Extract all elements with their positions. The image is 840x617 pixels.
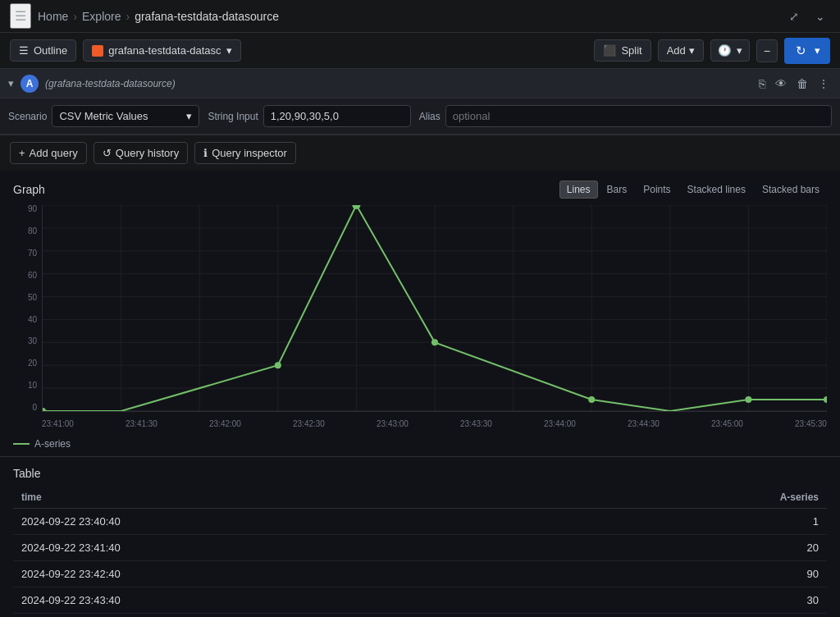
collapse-chevron-icon[interactable]: ▾ xyxy=(8,77,14,89)
y-label-60: 60 xyxy=(13,272,42,280)
query-letter: A xyxy=(21,75,39,93)
x-label-8: 23:45:00 xyxy=(711,419,743,428)
datasource-chevron-icon: ▾ xyxy=(226,44,232,57)
breadcrumb-sep1: › xyxy=(73,10,77,23)
type-points-button[interactable]: Points xyxy=(636,181,678,199)
table-row: 2024-09-22 23:42:40 90 xyxy=(13,561,827,587)
scenario-label: Scenario xyxy=(8,111,47,122)
x-label-0: 23:41:00 xyxy=(42,419,74,428)
cell-time-2: 2024-09-22 23:42:40 xyxy=(13,561,564,587)
y-label-80: 80 xyxy=(13,227,42,235)
remove-query-button[interactable]: 🗑 xyxy=(794,75,810,93)
legend-line-indicator xyxy=(13,443,30,445)
outline-label: Outline xyxy=(34,44,67,57)
breadcrumb: Home › Explore › grafana-testdata-dataso… xyxy=(38,10,279,23)
type-stacked-lines-button[interactable]: Stacked lines xyxy=(680,181,753,199)
top-nav: ☰ Home › Explore › grafana-testdata-data… xyxy=(0,0,840,33)
share-button[interactable]: ⤢ xyxy=(784,7,804,26)
graph-title: Graph xyxy=(13,183,45,196)
add-chevron-icon: ▾ xyxy=(689,44,695,57)
chart-area xyxy=(42,205,827,412)
query-editor: ▾ A (grafana-testdata-datasource) ⎘ 👁 🗑 … xyxy=(0,69,840,135)
clock-icon: 🕐 xyxy=(718,44,732,57)
scenario-field-group: Scenario CSV Metric Values ▾ xyxy=(8,105,199,127)
column-header-aseries: A-series xyxy=(564,487,827,509)
add-label: Add xyxy=(667,44,686,57)
graph-section: Graph Lines Bars Points Stacked lines St… xyxy=(0,171,840,457)
graph-type-buttons: Lines Bars Points Stacked lines Stacked … xyxy=(559,181,827,199)
add-button[interactable]: Add ▾ xyxy=(658,39,704,62)
zoom-out-button[interactable]: − xyxy=(756,39,778,62)
breadcrumb-sep2: › xyxy=(126,10,130,23)
query-datasource-name: (grafana-testdata-datasource) xyxy=(45,78,176,89)
add-query-button[interactable]: + Add query xyxy=(10,142,87,164)
query-history-button[interactable]: ↺ Query history xyxy=(94,142,188,164)
cell-value-0: 1 xyxy=(564,509,827,535)
x-label-7: 23:44:30 xyxy=(628,419,660,428)
nav-chevron-button[interactable]: ⌄ xyxy=(810,7,830,26)
hamburger-button[interactable]: ☰ xyxy=(10,3,31,29)
table-header-row: time A-series xyxy=(13,487,827,509)
x-label-1: 23:41:30 xyxy=(126,419,158,428)
breadcrumb-explore[interactable]: Explore xyxy=(82,10,121,23)
add-query-label: Add query xyxy=(30,147,78,159)
split-icon: ⬛ xyxy=(603,44,616,57)
cell-value-2: 90 xyxy=(564,561,827,587)
y-label-30: 30 xyxy=(13,337,42,345)
refresh-chevron-button[interactable]: ▾ xyxy=(811,43,824,58)
chart-svg xyxy=(43,205,827,411)
breadcrumb-current: grafana-testdata-datasource xyxy=(135,10,279,23)
x-label-4: 23:43:00 xyxy=(377,419,409,428)
string-input-field-group: String Input xyxy=(208,105,410,127)
x-label-3: 23:42:30 xyxy=(293,419,325,428)
table-section: Table time A-series 2024-09-22 23:40:40 … xyxy=(0,457,840,617)
nav-right: ⤢ ⌄ xyxy=(784,7,830,26)
legend-label: A-series xyxy=(34,438,71,450)
data-table: time A-series 2024-09-22 23:40:40 1 2024… xyxy=(13,487,827,614)
cell-time-0: 2024-09-22 23:40:40 xyxy=(13,509,564,535)
type-lines-button[interactable]: Lines xyxy=(559,181,598,199)
inspector-icon: ℹ xyxy=(203,147,208,159)
toggle-visibility-button[interactable]: 👁 xyxy=(773,75,789,93)
alias-label: Alias xyxy=(419,111,441,122)
cell-value-3: 30 xyxy=(564,587,827,614)
cell-time-3: 2024-09-22 23:43:40 xyxy=(13,587,564,614)
query-inspector-button[interactable]: ℹ Query inspector xyxy=(194,142,296,164)
scenario-select[interactable]: CSV Metric Values ▾ xyxy=(52,105,199,127)
data-point-6 xyxy=(745,396,751,403)
toolbar: ☰ Outline grafana-testdata-datasc ▾ ⬛ Sp… xyxy=(0,33,840,69)
string-input-field[interactable] xyxy=(263,105,411,127)
table-title: Table xyxy=(13,467,827,480)
breadcrumb-home[interactable]: Home xyxy=(38,10,68,23)
datasource-icon xyxy=(92,45,103,57)
datasource-button[interactable]: grafana-testdata-datasc ▾ xyxy=(83,39,240,62)
time-picker-button[interactable]: 🕐 ▾ xyxy=(710,39,750,62)
time-picker-chevron-icon: ▾ xyxy=(737,44,742,57)
x-axis-labels: 23:41:00 23:41:30 23:42:00 23:42:30 23:4… xyxy=(42,412,827,435)
outline-button[interactable]: ☰ Outline xyxy=(10,39,76,62)
y-label-10: 10 xyxy=(13,382,42,390)
copy-query-button[interactable]: ⎘ xyxy=(756,75,768,93)
query-history-label: Query history xyxy=(116,147,179,159)
alias-input-field[interactable] xyxy=(445,105,832,127)
type-stacked-bars-button[interactable]: Stacked bars xyxy=(755,181,827,199)
split-button[interactable]: ⬛ Split xyxy=(594,39,651,62)
graph-legend: A-series xyxy=(13,438,827,450)
graph-container: 0 10 20 30 40 50 60 70 80 90 xyxy=(13,205,827,435)
type-bars-button[interactable]: Bars xyxy=(600,181,635,199)
string-input-label: String Input xyxy=(208,111,258,122)
more-options-button[interactable]: ⋮ xyxy=(815,75,832,93)
table-row: 2024-09-22 23:41:40 20 xyxy=(13,535,827,561)
query-row-header: ▾ A (grafana-testdata-datasource) ⎘ 👁 🗑 … xyxy=(0,69,840,98)
x-label-6: 23:44:00 xyxy=(544,419,576,428)
y-label-70: 70 xyxy=(13,249,42,258)
add-query-icon: + xyxy=(19,147,25,159)
x-label-9: 23:45:30 xyxy=(795,419,827,428)
query-fields: Scenario CSV Metric Values ▾ String Inpu… xyxy=(0,98,840,134)
x-label-2: 23:42:00 xyxy=(209,419,241,428)
y-label-50: 50 xyxy=(13,294,42,302)
x-label-5: 23:43:30 xyxy=(460,419,492,428)
graph-header: Graph Lines Bars Points Stacked lines St… xyxy=(13,181,827,199)
cell-time-1: 2024-09-22 23:41:40 xyxy=(13,535,564,561)
refresh-main-button[interactable]: ↻ xyxy=(791,42,811,60)
